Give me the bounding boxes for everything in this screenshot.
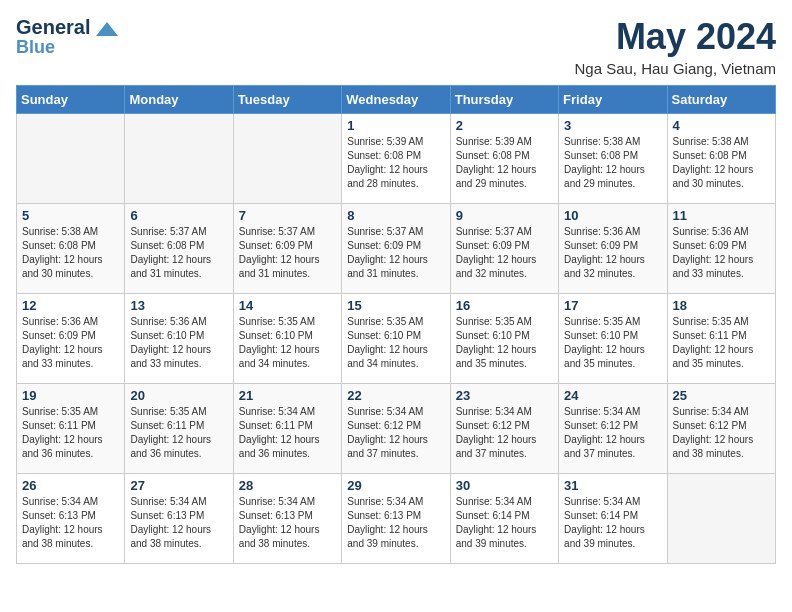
- calendar-cell: 12Sunrise: 5:36 AM Sunset: 6:09 PM Dayli…: [17, 294, 125, 384]
- weekday-header-wednesday: Wednesday: [342, 86, 450, 114]
- day-number: 24: [564, 388, 661, 403]
- day-info: Sunrise: 5:36 AM Sunset: 6:10 PM Dayligh…: [130, 315, 227, 371]
- calendar-cell: 13Sunrise: 5:36 AM Sunset: 6:10 PM Dayli…: [125, 294, 233, 384]
- day-number: 18: [673, 298, 770, 313]
- day-number: 21: [239, 388, 336, 403]
- day-number: 4: [673, 118, 770, 133]
- day-info: Sunrise: 5:39 AM Sunset: 6:08 PM Dayligh…: [456, 135, 553, 191]
- weekday-header-friday: Friday: [559, 86, 667, 114]
- weekday-header-saturday: Saturday: [667, 86, 775, 114]
- day-info: Sunrise: 5:37 AM Sunset: 6:09 PM Dayligh…: [456, 225, 553, 281]
- calendar-cell: 6Sunrise: 5:37 AM Sunset: 6:08 PM Daylig…: [125, 204, 233, 294]
- day-number: 17: [564, 298, 661, 313]
- calendar-cell: 8Sunrise: 5:37 AM Sunset: 6:09 PM Daylig…: [342, 204, 450, 294]
- calendar-cell: 21Sunrise: 5:34 AM Sunset: 6:11 PM Dayli…: [233, 384, 341, 474]
- day-info: Sunrise: 5:34 AM Sunset: 6:14 PM Dayligh…: [456, 495, 553, 551]
- logo: General Blue: [16, 16, 118, 58]
- calendar-cell: 27Sunrise: 5:34 AM Sunset: 6:13 PM Dayli…: [125, 474, 233, 564]
- calendar-cell: 11Sunrise: 5:36 AM Sunset: 6:09 PM Dayli…: [667, 204, 775, 294]
- day-number: 29: [347, 478, 444, 493]
- logo-blue: Blue: [16, 38, 55, 58]
- calendar-cell: 31Sunrise: 5:34 AM Sunset: 6:14 PM Dayli…: [559, 474, 667, 564]
- day-number: 27: [130, 478, 227, 493]
- weekday-header-row: SundayMondayTuesdayWednesdayThursdayFrid…: [17, 86, 776, 114]
- day-info: Sunrise: 5:39 AM Sunset: 6:08 PM Dayligh…: [347, 135, 444, 191]
- calendar-cell: 30Sunrise: 5:34 AM Sunset: 6:14 PM Dayli…: [450, 474, 558, 564]
- day-info: Sunrise: 5:34 AM Sunset: 6:13 PM Dayligh…: [130, 495, 227, 551]
- calendar-cell: 26Sunrise: 5:34 AM Sunset: 6:13 PM Dayli…: [17, 474, 125, 564]
- calendar-cell: 9Sunrise: 5:37 AM Sunset: 6:09 PM Daylig…: [450, 204, 558, 294]
- weekday-header-thursday: Thursday: [450, 86, 558, 114]
- svg-marker-0: [96, 22, 118, 36]
- day-info: Sunrise: 5:34 AM Sunset: 6:13 PM Dayligh…: [22, 495, 119, 551]
- day-number: 16: [456, 298, 553, 313]
- day-number: 10: [564, 208, 661, 223]
- calendar-cell: 7Sunrise: 5:37 AM Sunset: 6:09 PM Daylig…: [233, 204, 341, 294]
- location: Nga Sau, Hau Giang, Vietnam: [574, 60, 776, 77]
- calendar-cell: 3Sunrise: 5:38 AM Sunset: 6:08 PM Daylig…: [559, 114, 667, 204]
- day-number: 11: [673, 208, 770, 223]
- day-info: Sunrise: 5:34 AM Sunset: 6:13 PM Dayligh…: [239, 495, 336, 551]
- day-number: 30: [456, 478, 553, 493]
- calendar-cell: 18Sunrise: 5:35 AM Sunset: 6:11 PM Dayli…: [667, 294, 775, 384]
- calendar-cell: 4Sunrise: 5:38 AM Sunset: 6:08 PM Daylig…: [667, 114, 775, 204]
- calendar-cell: 17Sunrise: 5:35 AM Sunset: 6:10 PM Dayli…: [559, 294, 667, 384]
- day-number: 9: [456, 208, 553, 223]
- day-number: 26: [22, 478, 119, 493]
- calendar-cell: 5Sunrise: 5:38 AM Sunset: 6:08 PM Daylig…: [17, 204, 125, 294]
- day-info: Sunrise: 5:35 AM Sunset: 6:11 PM Dayligh…: [673, 315, 770, 371]
- day-info: Sunrise: 5:34 AM Sunset: 6:12 PM Dayligh…: [347, 405, 444, 461]
- day-info: Sunrise: 5:34 AM Sunset: 6:12 PM Dayligh…: [673, 405, 770, 461]
- day-number: 1: [347, 118, 444, 133]
- week-row-2: 5Sunrise: 5:38 AM Sunset: 6:08 PM Daylig…: [17, 204, 776, 294]
- day-info: Sunrise: 5:37 AM Sunset: 6:08 PM Dayligh…: [130, 225, 227, 281]
- day-info: Sunrise: 5:34 AM Sunset: 6:13 PM Dayligh…: [347, 495, 444, 551]
- weekday-header-monday: Monday: [125, 86, 233, 114]
- week-row-1: 1Sunrise: 5:39 AM Sunset: 6:08 PM Daylig…: [17, 114, 776, 204]
- calendar-cell: 14Sunrise: 5:35 AM Sunset: 6:10 PM Dayli…: [233, 294, 341, 384]
- calendar-cell: 22Sunrise: 5:34 AM Sunset: 6:12 PM Dayli…: [342, 384, 450, 474]
- day-info: Sunrise: 5:38 AM Sunset: 6:08 PM Dayligh…: [673, 135, 770, 191]
- calendar-cell: 23Sunrise: 5:34 AM Sunset: 6:12 PM Dayli…: [450, 384, 558, 474]
- weekday-header-tuesday: Tuesday: [233, 86, 341, 114]
- day-info: Sunrise: 5:34 AM Sunset: 6:11 PM Dayligh…: [239, 405, 336, 461]
- calendar-cell: 29Sunrise: 5:34 AM Sunset: 6:13 PM Dayli…: [342, 474, 450, 564]
- calendar-cell: 2Sunrise: 5:39 AM Sunset: 6:08 PM Daylig…: [450, 114, 558, 204]
- day-number: 22: [347, 388, 444, 403]
- calendar-cell: 16Sunrise: 5:35 AM Sunset: 6:10 PM Dayli…: [450, 294, 558, 384]
- title-block: May 2024 Nga Sau, Hau Giang, Vietnam: [574, 16, 776, 77]
- day-info: Sunrise: 5:34 AM Sunset: 6:12 PM Dayligh…: [456, 405, 553, 461]
- day-info: Sunrise: 5:34 AM Sunset: 6:12 PM Dayligh…: [564, 405, 661, 461]
- day-number: 6: [130, 208, 227, 223]
- day-info: Sunrise: 5:36 AM Sunset: 6:09 PM Dayligh…: [22, 315, 119, 371]
- logo-icon: [96, 20, 118, 38]
- day-info: Sunrise: 5:38 AM Sunset: 6:08 PM Dayligh…: [22, 225, 119, 281]
- calendar-cell: 15Sunrise: 5:35 AM Sunset: 6:10 PM Dayli…: [342, 294, 450, 384]
- day-number: 28: [239, 478, 336, 493]
- calendar-cell: [233, 114, 341, 204]
- week-row-3: 12Sunrise: 5:36 AM Sunset: 6:09 PM Dayli…: [17, 294, 776, 384]
- day-number: 23: [456, 388, 553, 403]
- day-number: 12: [22, 298, 119, 313]
- day-info: Sunrise: 5:35 AM Sunset: 6:11 PM Dayligh…: [130, 405, 227, 461]
- calendar-cell: [125, 114, 233, 204]
- day-info: Sunrise: 5:37 AM Sunset: 6:09 PM Dayligh…: [239, 225, 336, 281]
- day-info: Sunrise: 5:35 AM Sunset: 6:10 PM Dayligh…: [564, 315, 661, 371]
- day-info: Sunrise: 5:35 AM Sunset: 6:10 PM Dayligh…: [239, 315, 336, 371]
- day-number: 19: [22, 388, 119, 403]
- day-number: 7: [239, 208, 336, 223]
- week-row-5: 26Sunrise: 5:34 AM Sunset: 6:13 PM Dayli…: [17, 474, 776, 564]
- calendar-cell: 10Sunrise: 5:36 AM Sunset: 6:09 PM Dayli…: [559, 204, 667, 294]
- day-info: Sunrise: 5:35 AM Sunset: 6:10 PM Dayligh…: [347, 315, 444, 371]
- logo-general: General: [16, 16, 90, 38]
- day-info: Sunrise: 5:35 AM Sunset: 6:10 PM Dayligh…: [456, 315, 553, 371]
- calendar-cell: [17, 114, 125, 204]
- day-number: 13: [130, 298, 227, 313]
- day-number: 5: [22, 208, 119, 223]
- day-info: Sunrise: 5:36 AM Sunset: 6:09 PM Dayligh…: [673, 225, 770, 281]
- day-number: 8: [347, 208, 444, 223]
- day-number: 31: [564, 478, 661, 493]
- calendar-cell: [667, 474, 775, 564]
- calendar-cell: 28Sunrise: 5:34 AM Sunset: 6:13 PM Dayli…: [233, 474, 341, 564]
- calendar-cell: 20Sunrise: 5:35 AM Sunset: 6:11 PM Dayli…: [125, 384, 233, 474]
